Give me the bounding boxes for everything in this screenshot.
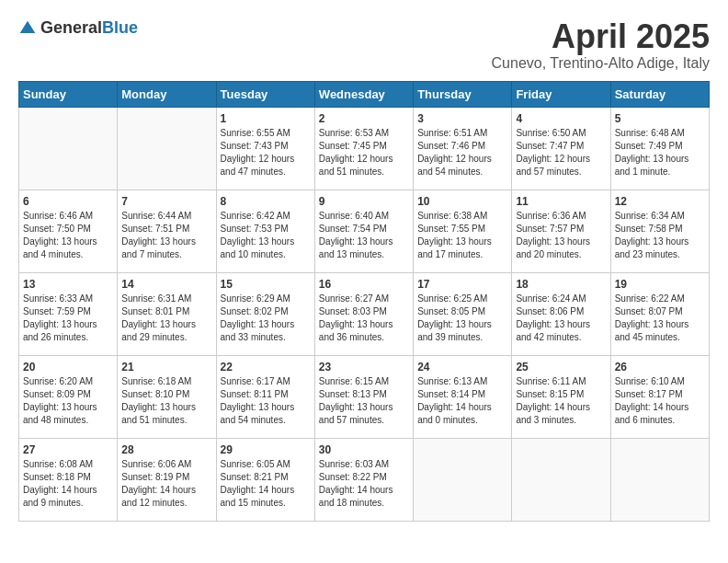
day-number: 24 — [417, 361, 507, 373]
logo-icon — [18, 19, 37, 38]
calendar-cell: 21Sunrise: 6:18 AMSunset: 8:10 PMDayligh… — [118, 355, 216, 438]
calendar-cell: 5Sunrise: 6:48 AMSunset: 7:49 PMDaylight… — [610, 107, 709, 190]
day-info: Sunrise: 6:29 AMSunset: 8:02 PMDaylight:… — [221, 293, 311, 344]
day-number: 20 — [23, 361, 113, 373]
calendar-cell — [512, 438, 610, 521]
calendar-cell: 17Sunrise: 6:25 AMSunset: 8:05 PMDayligh… — [414, 272, 512, 355]
day-number: 14 — [121, 278, 211, 291]
calendar-cell: 23Sunrise: 6:15 AMSunset: 8:13 PMDayligh… — [314, 355, 413, 438]
calendar-cell — [414, 438, 512, 521]
weekday-header-monday: Monday — [118, 81, 216, 107]
day-number: 23 — [319, 361, 409, 373]
day-info: Sunrise: 6:06 AMSunset: 8:19 PMDaylight:… — [121, 458, 211, 510]
calendar-cell: 12Sunrise: 6:34 AMSunset: 7:58 PMDayligh… — [610, 190, 709, 272]
day-info: Sunrise: 6:13 AMSunset: 8:14 PMDaylight:… — [417, 375, 507, 427]
calendar-week-row: 20Sunrise: 6:20 AMSunset: 8:09 PMDayligh… — [19, 355, 710, 438]
calendar-week-row: 13Sunrise: 6:33 AMSunset: 7:59 PMDayligh… — [19, 272, 710, 355]
day-number: 7 — [121, 195, 211, 208]
calendar-cell: 26Sunrise: 6:10 AMSunset: 8:17 PMDayligh… — [610, 355, 709, 438]
calendar-cell: 20Sunrise: 6:20 AMSunset: 8:09 PMDayligh… — [19, 355, 118, 438]
day-number: 21 — [121, 361, 211, 373]
day-info: Sunrise: 6:48 AMSunset: 7:49 PMDaylight:… — [615, 127, 705, 178]
day-info: Sunrise: 6:40 AMSunset: 7:54 PMDaylight:… — [319, 210, 409, 261]
calendar-cell: 15Sunrise: 6:29 AMSunset: 8:02 PMDayligh… — [216, 272, 314, 355]
weekday-header-row: SundayMondayTuesdayWednesdayThursdayFrid… — [19, 81, 710, 107]
calendar-cell — [610, 438, 709, 521]
day-number: 27 — [23, 443, 113, 456]
calendar-cell: 19Sunrise: 6:22 AMSunset: 8:07 PMDayligh… — [610, 272, 709, 355]
day-info: Sunrise: 6:11 AMSunset: 8:15 PMDaylight:… — [516, 375, 606, 427]
day-number: 13 — [23, 278, 113, 291]
day-info: Sunrise: 6:20 AMSunset: 8:09 PMDaylight:… — [23, 375, 113, 427]
day-number: 11 — [516, 195, 606, 208]
day-number: 5 — [615, 112, 705, 125]
calendar-cell — [19, 107, 118, 190]
weekday-header-wednesday: Wednesday — [314, 81, 413, 107]
day-info: Sunrise: 6:44 AMSunset: 7:51 PMDaylight:… — [121, 210, 211, 261]
day-number: 19 — [615, 278, 705, 291]
calendar-cell — [118, 107, 216, 190]
day-number: 4 — [516, 112, 606, 125]
calendar-cell: 1Sunrise: 6:55 AMSunset: 7:43 PMDaylight… — [216, 107, 314, 190]
calendar-cell: 29Sunrise: 6:05 AMSunset: 8:21 PMDayligh… — [216, 438, 314, 521]
day-number: 26 — [615, 361, 705, 373]
day-info: Sunrise: 6:42 AMSunset: 7:53 PMDaylight:… — [221, 210, 311, 261]
calendar-cell: 4Sunrise: 6:50 AMSunset: 7:47 PMDaylight… — [512, 107, 610, 190]
day-info: Sunrise: 6:15 AMSunset: 8:13 PMDaylight:… — [319, 375, 409, 427]
day-number: 9 — [319, 195, 409, 208]
weekday-header-saturday: Saturday — [610, 81, 709, 107]
day-number: 16 — [319, 278, 409, 291]
day-number: 6 — [23, 195, 113, 208]
day-info: Sunrise: 6:27 AMSunset: 8:03 PMDaylight:… — [319, 293, 409, 344]
calendar-cell: 16Sunrise: 6:27 AMSunset: 8:03 PMDayligh… — [314, 272, 413, 355]
day-info: Sunrise: 6:18 AMSunset: 8:10 PMDaylight:… — [121, 375, 211, 427]
calendar-cell: 27Sunrise: 6:08 AMSunset: 8:18 PMDayligh… — [19, 438, 118, 521]
day-number: 1 — [221, 112, 311, 125]
page-header: GeneralBlue April 2025 Cunevo, Trentino-… — [18, 18, 710, 72]
location-title: Cunevo, Trentino-Alto Adige, Italy — [492, 55, 710, 72]
day-number: 3 — [417, 112, 507, 125]
calendar-table: SundayMondayTuesdayWednesdayThursdayFrid… — [18, 81, 710, 522]
day-info: Sunrise: 6:22 AMSunset: 8:07 PMDaylight:… — [615, 293, 705, 344]
calendar-week-row: 6Sunrise: 6:46 AMSunset: 7:50 PMDaylight… — [19, 190, 710, 272]
day-info: Sunrise: 6:10 AMSunset: 8:17 PMDaylight:… — [615, 375, 705, 427]
calendar-cell: 14Sunrise: 6:31 AMSunset: 8:01 PMDayligh… — [118, 272, 216, 355]
day-number: 17 — [417, 278, 507, 291]
day-info: Sunrise: 6:51 AMSunset: 7:46 PMDaylight:… — [417, 127, 507, 178]
calendar-cell: 30Sunrise: 6:03 AMSunset: 8:22 PMDayligh… — [314, 438, 413, 521]
day-number: 15 — [221, 278, 311, 291]
calendar-cell: 3Sunrise: 6:51 AMSunset: 7:46 PMDaylight… — [414, 107, 512, 190]
calendar-cell: 18Sunrise: 6:24 AMSunset: 8:06 PMDayligh… — [512, 272, 610, 355]
calendar-cell: 28Sunrise: 6:06 AMSunset: 8:19 PMDayligh… — [118, 438, 216, 521]
day-number: 30 — [319, 443, 409, 456]
day-info: Sunrise: 6:55 AMSunset: 7:43 PMDaylight:… — [221, 127, 311, 178]
day-info: Sunrise: 6:25 AMSunset: 8:05 PMDaylight:… — [417, 293, 507, 344]
day-info: Sunrise: 6:03 AMSunset: 8:22 PMDaylight:… — [319, 458, 409, 510]
logo-general: General — [40, 18, 102, 37]
calendar-cell: 11Sunrise: 6:36 AMSunset: 7:57 PMDayligh… — [512, 190, 610, 272]
calendar-week-row: 27Sunrise: 6:08 AMSunset: 8:18 PMDayligh… — [19, 438, 710, 521]
calendar-cell: 22Sunrise: 6:17 AMSunset: 8:11 PMDayligh… — [216, 355, 314, 438]
day-number: 28 — [121, 443, 211, 456]
day-info: Sunrise: 6:31 AMSunset: 8:01 PMDaylight:… — [121, 293, 211, 344]
day-info: Sunrise: 6:50 AMSunset: 7:47 PMDaylight:… — [516, 127, 606, 178]
calendar-cell: 6Sunrise: 6:46 AMSunset: 7:50 PMDaylight… — [19, 190, 118, 272]
day-info: Sunrise: 6:24 AMSunset: 8:06 PMDaylight:… — [516, 293, 606, 344]
day-number: 29 — [221, 443, 311, 456]
calendar-cell: 8Sunrise: 6:42 AMSunset: 7:53 PMDaylight… — [216, 190, 314, 272]
calendar-cell: 24Sunrise: 6:13 AMSunset: 8:14 PMDayligh… — [414, 355, 512, 438]
calendar-cell: 2Sunrise: 6:53 AMSunset: 7:45 PMDaylight… — [314, 107, 413, 190]
day-info: Sunrise: 6:34 AMSunset: 7:58 PMDaylight:… — [615, 210, 705, 261]
title-area: April 2025 Cunevo, Trentino-Alto Adige, … — [492, 18, 710, 72]
month-title: April 2025 — [492, 18, 710, 55]
calendar-week-row: 1Sunrise: 6:55 AMSunset: 7:43 PMDaylight… — [19, 107, 710, 190]
calendar-cell: 10Sunrise: 6:38 AMSunset: 7:55 PMDayligh… — [414, 190, 512, 272]
day-number: 22 — [221, 361, 311, 373]
day-info: Sunrise: 6:46 AMSunset: 7:50 PMDaylight:… — [23, 210, 113, 261]
svg-marker-0 — [20, 20, 36, 32]
day-number: 12 — [615, 195, 705, 208]
day-number: 10 — [417, 195, 507, 208]
calendar-cell: 13Sunrise: 6:33 AMSunset: 7:59 PMDayligh… — [19, 272, 118, 355]
day-info: Sunrise: 6:33 AMSunset: 7:59 PMDaylight:… — [23, 293, 113, 344]
day-info: Sunrise: 6:53 AMSunset: 7:45 PMDaylight:… — [319, 127, 409, 178]
